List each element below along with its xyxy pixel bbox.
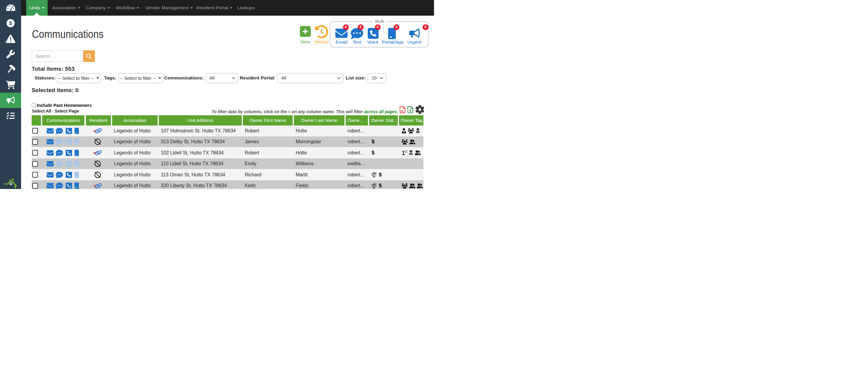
svg-text:$: $: [9, 21, 12, 26]
